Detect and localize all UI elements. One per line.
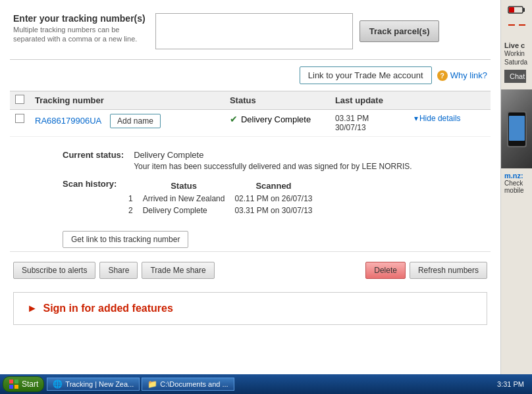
svg-rect-8 [14, 385, 18, 389]
row-checkbox[interactable] [15, 114, 24, 123]
last-update-line2: 30/07/13 [335, 123, 366, 132]
scan-scanned-1: 02.11 PM on 26/07/13 [234, 193, 322, 205]
sidebar-arrows [504, 18, 530, 32]
why-link[interactable]: ? Why link? [437, 70, 487, 81]
scan-status-1: Arrived in New Zealand [143, 193, 235, 205]
phone-image [501, 89, 532, 168]
scan-status-header: Status [143, 179, 235, 193]
row-hide-details-cell: ▾ Hide details [409, 110, 491, 137]
tracking-table: Tracking number Status Last update RA686… [10, 91, 491, 137]
taskbar-items: 🌐 Tracking | New Zea... 📁 C:\Documents a… [47, 378, 489, 391]
trade-me-link-section: Link to your Trade Me account ? Why link… [10, 60, 491, 91]
svg-rect-7 [9, 385, 13, 389]
current-status-value: Delivery Complete [134, 150, 412, 160]
current-status-label: Current status: [63, 150, 124, 171]
delete-button[interactable]: Delete [365, 262, 406, 279]
live-label: Live c [504, 41, 529, 49]
windows-logo-icon [9, 379, 19, 389]
hide-details-link[interactable]: ▾ Hide details [414, 114, 485, 123]
start-button[interactable]: Start [3, 376, 44, 392]
saturday-text: Saturda [504, 58, 529, 66]
taskbar-item1-label: Tracking | New Zea... [65, 380, 134, 388]
svg-rect-6 [14, 380, 18, 383]
scan-history-row: Scan history: Status Scanned 1 Arrived i… [63, 179, 481, 216]
taskbar: Start 🌐 Tracking | New Zea... 📁 C:\Docum… [0, 374, 532, 394]
row-tracking-number-cell: RA686179906UA Add name [30, 110, 225, 137]
svg-rect-1 [523, 8, 525, 12]
table-row: RA686179906UA Add name ✔ Delivery Comple… [10, 110, 491, 137]
scan-scanned-2: 03.31 PM on 30/07/13 [234, 205, 322, 216]
row-last-update-cell: 03.31 PM 30/07/13 [330, 110, 409, 137]
scan-history-row-1: 1 Arrived in New Zealand 02.11 PM on 26/… [128, 193, 323, 205]
action-buttons-row: Subscribe to alerts Share Trade Me share… [10, 255, 491, 285]
header-last-update: Last update [330, 91, 409, 110]
taskbar-item-documents[interactable]: 📁 C:\Documents and ... [142, 378, 234, 391]
current-status-row: Current status: Delivery Complete Your i… [63, 150, 481, 171]
sign-in-text: Sign in for added features [43, 303, 173, 314]
mnz-section: m.nz: Check mobile [501, 168, 532, 197]
start-label: Start [22, 380, 38, 389]
current-status-sub: Your item has been successfully delivere… [134, 162, 412, 171]
header-status: Status [225, 91, 330, 110]
trade-me-share-button[interactable]: Trade Me share [142, 262, 214, 279]
taskbar-ie-icon: 🌐 [53, 380, 63, 389]
tracking-textarea[interactable] [155, 13, 353, 49]
header-actions [409, 91, 491, 110]
get-link-button[interactable]: Get link to this tracking number [63, 231, 188, 248]
header-checkbox-col [10, 91, 30, 110]
row-checkbox-cell [10, 110, 30, 137]
mnz-title: m.nz: [504, 172, 529, 180]
refresh-button[interactable]: Refresh numbers [410, 262, 487, 279]
separator [10, 251, 491, 252]
last-update-line1: 03.31 PM [335, 114, 369, 123]
scan-history-label: Scan history: [63, 179, 119, 216]
details-section: Current status: Delivery Complete Your i… [10, 143, 491, 223]
phone-shape [507, 111, 527, 147]
chat-button[interactable]: Chat [504, 70, 526, 83]
add-name-button[interactable]: Add name [110, 114, 161, 128]
tracking-label-block: Enter your tracking number(s) Multiple t… [13, 13, 146, 44]
row-status-cell: ✔ Delivery Complete [225, 110, 330, 137]
main-content: Enter your tracking number(s) Multiple t… [0, 0, 500, 378]
tracking-main-label: Enter your tracking number(s) [13, 13, 146, 24]
hide-details-text: Hide details [419, 114, 461, 123]
sign-in-arrow: ► [27, 303, 38, 314]
svg-rect-5 [9, 380, 13, 383]
svg-rect-2 [509, 7, 514, 12]
battery-icon [508, 5, 526, 14]
clock-time: 3:31 PM [497, 380, 524, 388]
signal-icon [507, 21, 527, 29]
scan-history-row-2: 2 Delivery Complete 03.31 PM on 30/07/13 [128, 205, 323, 216]
working-text: Workin [504, 49, 529, 58]
header-checkbox[interactable] [15, 95, 24, 104]
row-status-text: Delivery Complete [241, 114, 311, 124]
scan-num-header [128, 179, 143, 193]
track-button[interactable]: Track parcel(s) [359, 20, 440, 42]
header-tracking-number: Tracking number [30, 91, 225, 110]
tracking-sub-label: Multiple tracking numbers can be separat… [13, 25, 138, 44]
scan-num-2: 2 [128, 205, 143, 216]
scan-num-1: 1 [128, 193, 143, 205]
tracking-number-link[interactable]: RA686179906UA [35, 116, 101, 126]
scan-scanned-header: Scanned [234, 179, 322, 193]
trade-me-link-button[interactable]: Link to your Trade Me account [300, 66, 432, 84]
live-section: Live c Workin Saturda Chat [501, 38, 532, 86]
subscribe-button[interactable]: Subscribe to alerts [13, 262, 95, 279]
check-icon: ✔ [230, 114, 238, 124]
tracking-input-section: Enter your tracking number(s) Multiple t… [10, 7, 491, 60]
current-status-value-block: Delivery Complete Your item has been suc… [134, 150, 412, 171]
sign-in-section: ► Sign in for added features [13, 292, 487, 325]
right-sidebar: Live c Workin Saturda Chat m.nz: Check m… [500, 0, 532, 394]
scan-status-2: Delivery Complete [143, 205, 235, 216]
share-button[interactable]: Share [99, 262, 138, 279]
taskbar-folder-icon: 📁 [147, 380, 157, 389]
taskbar-item-tracking[interactable]: 🌐 Tracking | New Zea... [47, 378, 140, 391]
taskbar-clock: 3:31 PM [492, 380, 529, 388]
mnz-text: Check mobile [504, 180, 529, 194]
hide-details-arrow: ▾ [414, 114, 418, 123]
sidebar-battery [504, 3, 530, 16]
taskbar-item2-label: C:\Documents and ... [160, 380, 228, 388]
phone-screen [509, 116, 525, 141]
help-icon: ? [437, 70, 448, 81]
scan-history-table: Status Scanned 1 Arrived in New Zealand … [128, 179, 323, 216]
